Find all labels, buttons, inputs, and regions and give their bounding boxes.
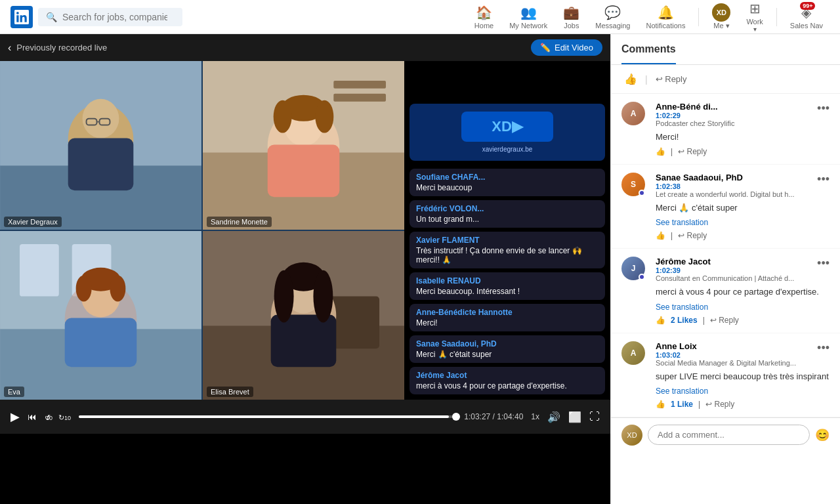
- online-indicator-jerome: [639, 274, 645, 280]
- fullscreen-button[interactable]: ⛶: [589, 411, 600, 423]
- progress-bar[interactable]: [79, 415, 456, 418]
- elisa-bg: [203, 231, 404, 400]
- likes-count-jerome: 2 Likes: [671, 316, 698, 325]
- play-button[interactable]: ▶: [10, 410, 20, 424]
- chat-name-4: Isabelle RENAUD: [416, 276, 598, 285]
- see-translation-sanae[interactable]: See translation: [656, 218, 830, 227]
- edit-video-button[interactable]: ✏️ Edit Video: [531, 39, 602, 56]
- comment-avatar-anne-loix[interactable]: A: [621, 341, 645, 365]
- chat-text-7: merci à vous 4 pour ce partage d'experti…: [416, 381, 598, 390]
- forward-10-button[interactable]: ↻10: [58, 411, 71, 422]
- search-input[interactable]: [62, 12, 167, 22]
- svg-point-36: [313, 270, 333, 323]
- nav-work-label: Work: [746, 18, 763, 26]
- nav-home[interactable]: 🏠 Home: [468, 2, 500, 32]
- screen-mode-button[interactable]: ⬜: [568, 411, 581, 423]
- skip-back-button[interactable]: ⏮: [28, 411, 37, 422]
- comment-meta-jerome: Jérôme Jacot 1:02:39 Consultant en Commu…: [656, 257, 817, 282]
- nav-jobs[interactable]: 💼 Jobs: [556, 2, 586, 32]
- svg-rect-4: [68, 138, 134, 191]
- reply-btn-sanae[interactable]: ↩ Reply: [678, 231, 707, 240]
- eva-name: Eva: [4, 387, 24, 397]
- salesnav-badge: 99+: [800, 2, 815, 10]
- rewind-10-button[interactable]: ↺10: [45, 411, 51, 422]
- home-icon: 🏠: [476, 5, 492, 20]
- back-button[interactable]: ‹: [8, 42, 11, 54]
- video-bar: ‹ Previously recorded live ✏️ Edit Video: [0, 34, 610, 61]
- comment-avatar-anne-bene[interactable]: A: [621, 102, 645, 125]
- nav-me-label: Me ▾: [713, 22, 729, 30]
- comment-actions-anne-bene: 👍 | ↩ Reply: [656, 147, 830, 156]
- time-display: 1:03:27 / 1:04:40: [464, 412, 523, 421]
- svg-rect-24: [65, 318, 137, 367]
- nav-notifications[interactable]: 🔔 Notifications: [639, 2, 692, 32]
- svg-point-27: [110, 276, 125, 302]
- see-translation-anne-loix[interactable]: See translation: [656, 387, 830, 396]
- reply-btn-anne-loix[interactable]: ↩ Reply: [705, 400, 734, 409]
- comment-subtitle-jerome: Consultant en Communication | Attaché d.…: [656, 274, 817, 282]
- reply-btn-anne-bene[interactable]: ↩ Reply: [678, 147, 707, 156]
- nav-salesnav[interactable]: ◈ 99+ Sales Nav: [784, 2, 830, 32]
- comment-subtitle-anne-bene: Podcaster chez Storylific: [656, 119, 817, 127]
- like-btn-jerome[interactable]: 👍: [656, 316, 665, 325]
- search-bar[interactable]: 🔍: [38, 8, 182, 26]
- comment-header-sanae: Sanae Saadaoui, PhD 1:02:38 Let create a…: [656, 173, 830, 198]
- nav-salesnav-label: Sales Nav: [790, 22, 823, 30]
- comment-subtitle-anne-loix: Social Media Manager & Digital Marketing…: [656, 359, 817, 367]
- comment-more-anne-loix[interactable]: •••: [817, 341, 830, 355]
- comments-title: Comments: [621, 43, 676, 64]
- like-btn-anne-bene[interactable]: 👍: [656, 147, 665, 156]
- reply-btn-jerome[interactable]: ↩ Reply: [710, 316, 739, 325]
- video-cell-elisa: Elisa Brevet: [203, 231, 404, 400]
- comment-meta-sanae: Sanae Saadaoui, PhD 1:02:38 Let create a…: [656, 173, 817, 198]
- chat-msg-4: Isabelle RENAUD Merci beaucoup. Intéress…: [410, 272, 605, 300]
- comment-text-anne-bene: Merci!: [656, 131, 830, 143]
- chat-name-5: Anne-Bénédicte Hannotte: [416, 308, 598, 317]
- emoji-picker-button[interactable]: 😊: [815, 428, 830, 442]
- comment-more-sanae[interactable]: •••: [817, 173, 830, 186]
- comment-time-sanae: 1:02:38: [656, 182, 817, 190]
- comment-actions-anne-loix: 👍 1 Like | ↩ Reply: [656, 400, 830, 409]
- comment-meta-anne-bene: Anne-Béné di... 1:02:29 Podcaster chez S…: [656, 102, 817, 127]
- chat-text-1: Merci beaucoup: [416, 183, 598, 192]
- comment-anne-loix: A Anne Loix 1:03:02 Social Media Manager…: [611, 333, 840, 417]
- comment-avatar-sanae[interactable]: S: [621, 173, 645, 196]
- work-icon: ⊞: [749, 1, 761, 16]
- see-translation-jerome[interactable]: See translation: [656, 303, 830, 312]
- speed-button[interactable]: 1x: [531, 412, 539, 421]
- comment-input-field[interactable]: [648, 425, 810, 445]
- video-grid: Xavier Degraux: [0, 61, 404, 400]
- chat-text-3: Très instructif ! Ça donne envie de se l…: [416, 246, 598, 264]
- comment-subtitle-sanae: Let create a wonderful world. Digital bu…: [656, 190, 817, 198]
- edit-icon: ✏️: [540, 43, 551, 52]
- svg-point-17: [315, 100, 333, 133]
- comments-header: Comments: [611, 34, 840, 65]
- svg-rect-33: [271, 315, 337, 368]
- comments-toolbar: 👍 | ↩ Reply: [611, 65, 840, 94]
- nav-work[interactable]: ⊞ Work ▾: [740, 0, 769, 35]
- chat-overlay: XD▶ xavierdegraux.be Soufiane CHAFA... M…: [404, 61, 610, 400]
- comment-time-jerome: 1:02:39: [656, 266, 817, 274]
- like-btn-sanae[interactable]: 👍: [656, 231, 665, 240]
- nav-messaging[interactable]: 💬 Messaging: [589, 2, 637, 32]
- comment-more-anne-bene[interactable]: •••: [817, 102, 830, 116]
- comment-avatar-jerome[interactable]: J: [621, 257, 645, 280]
- comment-name-anne-loix: Anne Loix: [656, 341, 817, 351]
- comment-anne-bene: A Anne-Béné di... 1:02:29 Podcaster chez…: [611, 94, 840, 165]
- comment-more-jerome[interactable]: •••: [817, 257, 830, 270]
- nav-network[interactable]: 👥 My Network: [503, 2, 554, 32]
- filter-button[interactable]: 👍: [621, 70, 640, 88]
- live-label: Previously recorded live: [16, 43, 107, 52]
- chat-msg-1: Soufiane CHAFA... Merci beaucoup: [410, 169, 605, 196]
- xd-website: xavierdegraux.be: [417, 146, 597, 153]
- chat-name-7: Jérôme Jacot: [416, 371, 598, 380]
- comment-text-jerome: merci à vous 4 pour ce partage d'experti…: [656, 286, 830, 298]
- nav-me[interactable]: XD Me ▾: [705, 1, 737, 33]
- comment-input-area: XD 😊: [611, 417, 840, 452]
- reply-toolbar-button[interactable]: ↩ Reply: [653, 72, 690, 87]
- comment-actions-sanae: 👍 | ↩ Reply: [656, 231, 830, 240]
- search-icon: 🔍: [46, 12, 57, 22]
- volume-button[interactable]: 🔊: [547, 411, 560, 423]
- linkedin-logo[interactable]: [10, 6, 33, 28]
- like-btn-anne-loix[interactable]: 👍: [656, 400, 665, 409]
